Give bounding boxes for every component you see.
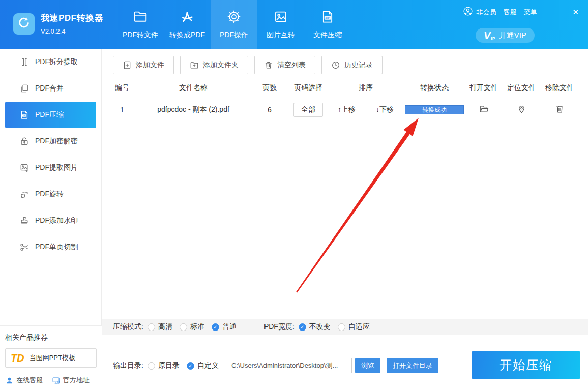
col-header-index: 编号 <box>108 83 136 93</box>
radio-option-standard[interactable]: 标准 <box>180 322 204 332</box>
bottom-divider <box>102 340 588 340</box>
open-vip-button[interactable]: VIP 开通VIP <box>476 28 535 43</box>
locate-file-button[interactable] <box>517 107 526 115</box>
conversion-status-badge: 转换成功 <box>405 105 464 114</box>
sidebar: PDF拆分提取 PDF合并 ZIP PDF压缩 PDF加密解密 PDF提取图片 … <box>0 49 102 390</box>
account-status[interactable]: 非会员 <box>463 6 496 18</box>
sidebar-item-label: PDF压缩 <box>35 110 64 119</box>
merge-icon <box>19 83 30 94</box>
acrobat-icon <box>180 9 195 26</box>
file-toolbar: 添加文件 添加文件夹 清空列表 历史记录 <box>113 56 383 74</box>
nav-tab-file-compress[interactable]: ZIP 文件压缩 <box>304 0 351 49</box>
file-table: 编号 文件名称 页数 页码选择 排序 转换状态 打开文件 定位文件 移除文件 1… <box>108 79 583 123</box>
history-icon <box>331 61 340 70</box>
svg-text:ZIP: ZIP <box>326 16 330 19</box>
support-link[interactable]: 客服 <box>503 8 516 17</box>
nav-tab-label: PDF操作 <box>220 31 248 40</box>
radio-option-unchanged[interactable]: 不改变 <box>299 322 331 332</box>
move-up-button[interactable]: ↑上移 <box>338 105 356 114</box>
toolbar-button-label: 历史记录 <box>344 61 373 70</box>
nav-tab-pdf-to-file[interactable]: PDF转文件 <box>117 0 164 49</box>
recycle-arrows-icon <box>17 16 31 32</box>
sidebar-item-label: PDF单页切割 <box>35 243 78 252</box>
sidebar-item-label: PDF旋转 <box>35 190 64 199</box>
radio-label: 标准 <box>190 322 204 332</box>
sidebar-item-pdf-watermark[interactable]: PDF添加水印 <box>0 207 101 234</box>
clear-list-button[interactable]: 清空列表 <box>254 56 315 74</box>
promo-card-ppt-templates[interactable]: TD 当图网PPT模板 <box>5 348 97 368</box>
image-export-icon <box>19 163 30 173</box>
output-directory-label: 输出目录: <box>113 361 143 370</box>
sidebar-item-pdf-rotate[interactable]: PDF旋转 <box>0 181 101 207</box>
sidebar-item-pdf-page-cut[interactable]: PDF单页切割 <box>0 234 101 260</box>
open-file-directory-button[interactable]: 打开文件目录 <box>387 358 438 373</box>
close-button[interactable]: ✕ <box>570 8 581 17</box>
radio-option-hd[interactable]: 高清 <box>148 322 172 332</box>
radio-option-normal[interactable]: 普通 <box>212 322 237 332</box>
radio-label: 自适应 <box>348 322 370 332</box>
radio-option-custom-dir[interactable]: 自定义 <box>187 361 219 370</box>
start-compress-button[interactable]: 开始压缩 <box>472 351 580 379</box>
nav-tab-label: 文件压缩 <box>313 31 342 40</box>
gear-icon <box>226 9 242 26</box>
sidebar-item-pdf-compress[interactable]: ZIP PDF压缩 <box>5 102 96 128</box>
compress-mode-label: 压缩模式: <box>113 322 143 332</box>
history-button[interactable]: 历史记录 <box>321 56 383 74</box>
sidebar-item-label: PDF添加水印 <box>35 216 78 225</box>
customer-service-icon <box>5 376 14 385</box>
col-header-locate-file: 定位文件 <box>503 83 540 93</box>
row-pages: 6 <box>250 106 289 114</box>
remove-file-button[interactable] <box>555 107 565 115</box>
sidebar-item-label: PDF拆分提取 <box>35 57 78 67</box>
sidebar-item-pdf-encrypt[interactable]: PDF加密解密 <box>0 128 101 155</box>
pdf-width-label: PDF宽度: <box>264 322 295 332</box>
col-header-page-select: 页码选择 <box>289 83 328 93</box>
sidebar-item-pdf-extract-images[interactable]: PDF提取图片 <box>0 155 101 181</box>
trash-icon <box>264 61 273 70</box>
nav-tab-label: PDF转文件 <box>123 31 158 40</box>
table-row: 1 pdfpcdoc - 副本 (2).pdf 6 全部 ↑上移 ↓下移 转换成… <box>108 97 583 123</box>
open-file-button[interactable] <box>479 107 489 115</box>
promo-link-label: 官方地址 <box>63 376 90 385</box>
radio-checked-icon <box>187 362 194 370</box>
row-filename: pdfpcdoc - 副本 (2).pdf <box>136 105 250 114</box>
page-select-button[interactable]: 全部 <box>293 103 323 117</box>
zip-doc-icon: ZIP <box>19 110 30 120</box>
official-site-link[interactable]: 官方地址 <box>52 376 90 385</box>
radio-label: 高清 <box>158 322 172 332</box>
nav-tab-label: 图片互转 <box>267 31 295 40</box>
sidebar-item-label: PDF合并 <box>35 84 64 93</box>
menu-link[interactable]: 菜单 <box>523 8 537 17</box>
online-support-link[interactable]: 在线客服 <box>5 376 43 385</box>
sidebar-item-label: PDF加密解密 <box>35 137 78 146</box>
header-bar: 我速PDF转换器 V2.0.2.4 PDF转文件 转换成PDF PDF操作 <box>0 0 588 49</box>
main-nav: PDF转文件 转换成PDF PDF操作 图片互转 <box>117 0 351 49</box>
compress-options-bar: 压缩模式: 高清 标准 普通 PDF宽度: 不改变 <box>102 319 588 335</box>
add-folder-button[interactable]: 添加文件夹 <box>180 56 248 74</box>
add-file-button[interactable]: 添加文件 <box>113 56 174 74</box>
browse-button[interactable]: 浏览 <box>355 358 380 373</box>
nav-tab-pdf-operations[interactable]: PDF操作 <box>211 0 257 49</box>
row-index: 1 <box>108 106 136 114</box>
move-down-button[interactable]: ↓下移 <box>376 105 394 114</box>
radio-option-original-dir[interactable]: 原目录 <box>148 361 180 370</box>
folder-plus-icon <box>190 61 199 70</box>
related-products: 相关产品推荐 TD 当图网PPT模板 在线客服 官方地址 <box>0 325 102 390</box>
promo-card-label: 当图网PPT模板 <box>30 353 75 363</box>
nav-tab-image-convert[interactable]: 图片互转 <box>257 0 304 49</box>
sidebar-item-pdf-merge[interactable]: PDF合并 <box>0 75 101 102</box>
app-window: 我速PDF转换器 V2.0.2.4 PDF转文件 转换成PDF PDF操作 <box>0 0 588 390</box>
location-pin-icon <box>517 104 526 114</box>
toolbar-button-label: 添加文件夹 <box>203 61 239 70</box>
lock-icon <box>19 136 30 146</box>
col-header-sort: 排序 <box>328 83 404 93</box>
output-path-input[interactable] <box>227 358 352 373</box>
radio-label: 普通 <box>222 322 237 332</box>
file-plus-icon <box>123 61 132 70</box>
radio-icon <box>148 362 155 370</box>
radio-option-adaptive[interactable]: 自适应 <box>338 322 370 332</box>
sidebar-item-pdf-split[interactable]: PDF拆分提取 <box>0 49 101 75</box>
nav-tab-to-pdf[interactable]: 转换成PDF <box>164 0 211 49</box>
toolbar-button-label: 清空列表 <box>277 61 306 70</box>
minimize-button[interactable]: — <box>551 8 563 16</box>
